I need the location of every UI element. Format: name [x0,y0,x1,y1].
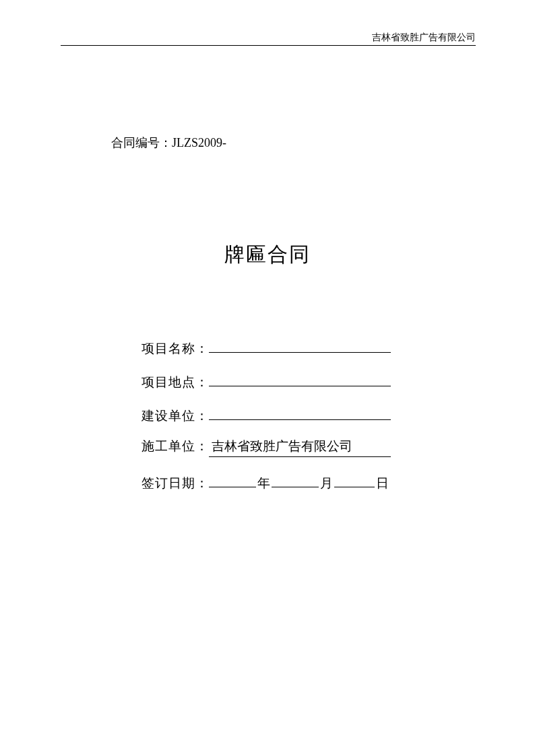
construction-unit-label: 建设单位： [141,407,209,425]
month-blank [272,471,319,487]
year-unit: 年 [256,475,272,492]
day-blank [334,471,375,487]
construction-unit-value [209,404,391,420]
project-location-value [209,370,391,386]
project-name-label: 项目名称： [141,340,209,357]
contract-number: 合同编号：JLZS2009- [111,135,226,151]
field-project-location: 项目地点： [141,370,424,390]
contractor-value: 吉林省致胜广告有限公司 [209,438,391,457]
field-project-name: 项目名称： [141,337,424,357]
field-sign-date: 签订日期： 年 月 日 [141,471,424,492]
contract-number-value: JLZS2009- [172,136,226,149]
project-location-label: 项目地点： [141,374,209,391]
page-header: 吉林省致胜广告有限公司 [61,32,476,46]
year-blank [209,471,256,487]
header-company: 吉林省致胜广告有限公司 [372,32,476,42]
day-unit: 日 [375,475,390,492]
field-contractor: 施工单位： 吉林省致胜广告有限公司 [141,438,424,458]
contractor-label: 施工单位： [141,438,209,455]
document-title: 牌匾合同 [0,241,535,269]
sign-date-label: 签订日期： [141,475,209,492]
project-name-value [209,337,391,353]
contract-number-label: 合同编号： [111,136,172,149]
month-unit: 月 [319,475,334,492]
form-fields: 项目名称： 项目地点： 建设单位： 施工单位： 吉林省致胜广告有限公司 签订日期… [141,337,424,492]
field-construction-unit: 建设单位： [141,404,424,424]
